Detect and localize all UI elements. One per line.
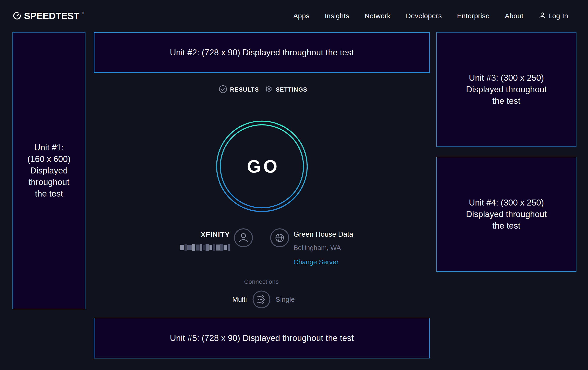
change-server-link[interactable]: Change Server xyxy=(294,258,339,266)
ad-unit-3[interactable]: Unit #3: (300 x 250) Displayed throughou… xyxy=(436,32,577,147)
go-button[interactable]: GO xyxy=(213,117,311,215)
gauge-logo-icon xyxy=(12,11,22,21)
redacted-ip xyxy=(180,244,230,251)
top-nav: SPEEDTEST ® Apps Insights Network Develo… xyxy=(0,0,588,32)
go-label: GO xyxy=(213,117,311,215)
nav-item-insights[interactable]: Insights xyxy=(325,12,349,20)
isp-user-badge xyxy=(234,228,253,249)
gear-icon xyxy=(265,85,273,94)
connections-toggle[interactable] xyxy=(252,290,271,310)
ad-unit-2[interactable]: Unit #2: (728 x 90) Displayed throughout… xyxy=(94,32,430,73)
isp-name: XFINITY xyxy=(162,231,230,239)
ad-unit-4-text: Unit #4: (300 x 250) Displayed throughou… xyxy=(466,197,547,232)
speedtest-page: { "nav": { "logo_text": "SPEEDTEST", "lo… xyxy=(0,0,588,370)
login-label: Log In xyxy=(548,12,568,20)
nav-item-developers[interactable]: Developers xyxy=(406,12,442,20)
nav-item-enterprise[interactable]: Enterprise xyxy=(457,12,490,20)
ad-unit-1[interactable]: Unit #1: (160 x 600) Displayed throughou… xyxy=(12,32,85,309)
results-label: RESULTS xyxy=(230,86,259,93)
server-name: Green House Data xyxy=(294,230,353,239)
user-icon xyxy=(539,11,546,20)
connections-single-option[interactable]: Single xyxy=(275,296,295,303)
settings-label: SETTINGS xyxy=(276,86,307,93)
nav-item-network[interactable]: Network xyxy=(364,12,390,20)
speedtest-logo[interactable]: SPEEDTEST ® xyxy=(12,0,84,32)
check-circle-icon xyxy=(219,85,227,94)
ad-unit-5-text: Unit #5: (728 x 90) Displayed throughout… xyxy=(170,332,354,344)
trademark-symbol: ® xyxy=(82,11,84,15)
ad-unit-4[interactable]: Unit #4: (300 x 250) Displayed throughou… xyxy=(436,157,577,272)
tab-results[interactable]: RESULTS xyxy=(219,85,259,94)
login-button[interactable]: Log In xyxy=(539,11,568,20)
connections-label: Connections xyxy=(244,278,279,285)
nav-item-about[interactable]: About xyxy=(505,12,523,20)
server-location: Bellingham, WA xyxy=(294,244,341,252)
ad-unit-5[interactable]: Unit #5: (728 x 90) Displayed throughout… xyxy=(94,318,430,359)
ad-unit-1-text: Unit #1: (160 x 600) Displayed throughou… xyxy=(27,142,70,200)
ad-unit-3-text: Unit #3: (300 x 250) Displayed throughou… xyxy=(466,72,547,107)
server-globe-badge xyxy=(270,228,289,249)
connections-multi-option[interactable]: Multi xyxy=(217,296,247,303)
tab-settings[interactable]: SETTINGS xyxy=(265,85,307,94)
nav-item-apps[interactable]: Apps xyxy=(293,12,309,20)
multi-arrows-icon xyxy=(258,295,265,304)
nav-links: Apps Insights Network Developers Enterpr… xyxy=(293,0,568,32)
logo-wordmark: SPEEDTEST xyxy=(24,11,79,21)
ad-unit-2-text: Unit #2: (728 x 90) Displayed throughout… xyxy=(170,47,354,58)
